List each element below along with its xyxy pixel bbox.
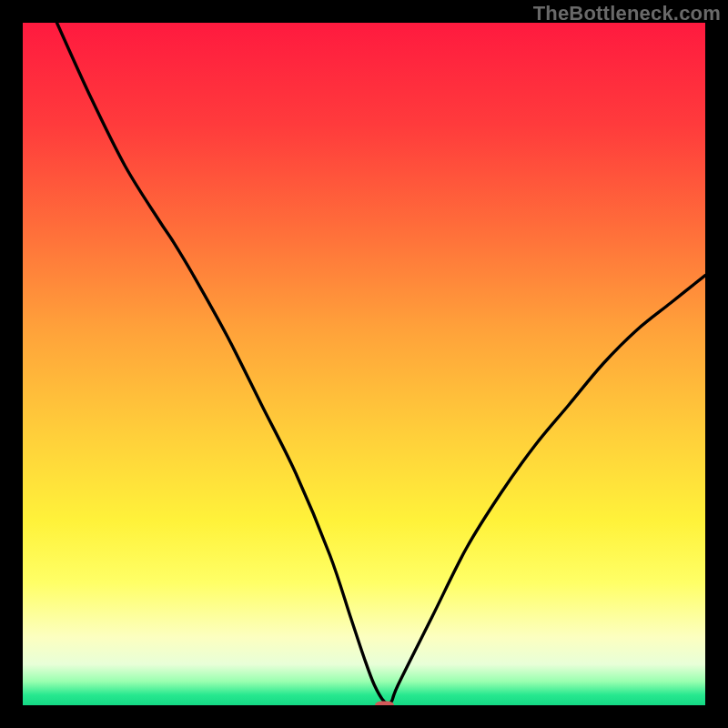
watermark-text: TheBottleneck.com: [533, 2, 721, 25]
chart-frame: TheBottleneck.com: [0, 0, 728, 728]
bottleneck-chart: [23, 23, 705, 705]
